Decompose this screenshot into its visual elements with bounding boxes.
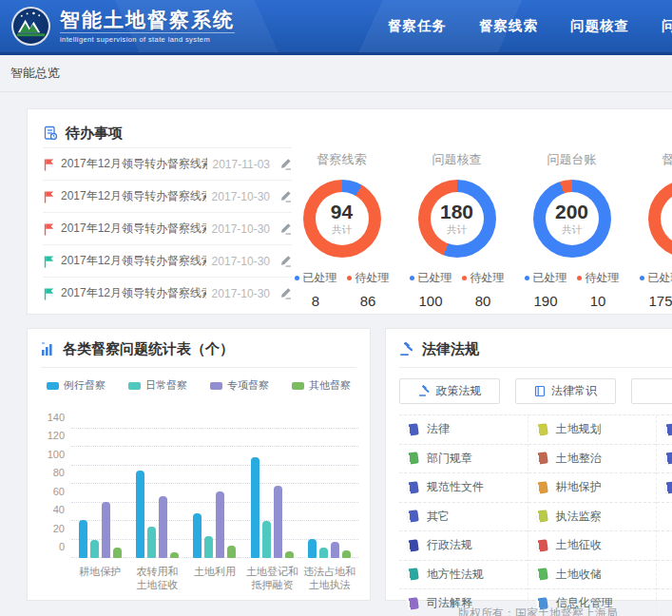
laws-grid: 法律部门规章规范性文件其它行政法规地方性法规司法解释土地规划土地整治耕地保护执法… <box>399 414 672 616</box>
bar-chart-plot: 020406080100120140 耕地保护农转用和 土地征收土地利用土地登记… <box>71 429 358 558</box>
chart-legend-item[interactable]: 其他督察 <box>292 378 351 393</box>
donut-legend-label: 待处理 <box>470 270 505 286</box>
bar <box>285 551 294 558</box>
donut-legend-label: 已处理 <box>418 270 452 286</box>
donut-legend: 已处理100待处理80 <box>399 270 514 309</box>
donut-legend-item: 待处理10 <box>577 270 620 309</box>
donut-legend: 已处理8待处理86 <box>284 270 399 309</box>
issues-chart-panel: 各类督察问题统计表（个） 例行督察日常督察专项督察其他督察 0204060801… <box>27 328 371 601</box>
chart-legend-item[interactable]: 例行督察 <box>47 378 106 393</box>
y-axis-tick: 120 <box>48 430 65 441</box>
todo-item[interactable]: 2017年12月领导转办督察线索2017-10-30 <box>43 277 292 309</box>
chart-legend-item[interactable]: 专项督察 <box>210 378 269 393</box>
law-link[interactable]: 土地收储 <box>528 561 657 590</box>
nav-item[interactable]: 问题台账 <box>662 17 672 35</box>
law-link[interactable]: 土地规划 <box>528 415 657 445</box>
stat-title: 督察线索 <box>284 151 399 168</box>
bar-chart-legend: 例行督察日常督察专项督察其他督察 <box>28 378 370 393</box>
bar-group <box>79 429 122 558</box>
processed-dot-icon <box>295 276 299 280</box>
book-icon <box>406 452 419 465</box>
law-link[interactable]: 部门规章 <box>399 445 528 474</box>
laws-category-button[interactable] <box>631 378 672 404</box>
donut-chart: 200共计 <box>533 180 611 258</box>
legend-label: 专项督察 <box>227 378 269 393</box>
nav-item[interactable]: 问题核查 <box>570 17 629 35</box>
todo-list-icon <box>43 125 58 141</box>
y-axis-tick: 0 <box>59 541 65 552</box>
todo-item[interactable]: 2017年12月领导转办督察线索2017-11-03 <box>43 147 292 180</box>
donut-total-label: 共计 <box>447 223 467 237</box>
bar <box>262 521 271 558</box>
donut-legend-label: 待处理 <box>586 270 620 286</box>
donut-legend: 已处理175待处理 <box>629 270 672 309</box>
nav-item[interactable]: 督察线索 <box>479 17 538 35</box>
laws-category-button[interactable]: 政策法规 <box>399 378 500 404</box>
law-link[interactable]: 地方性法规 <box>399 561 528 590</box>
bar <box>204 536 213 558</box>
divider <box>399 367 672 368</box>
law-link[interactable]: 耕地保护 <box>528 473 657 503</box>
law-link <box>657 503 672 532</box>
bar-group <box>136 429 179 558</box>
laws-panel: 法律法规 政策法规法律常识 法律部门规章规范性文件其它行政法规地方性法规司法解释… <box>385 328 672 601</box>
bar-group <box>308 429 351 558</box>
todo-item-date: 2017-10-30 <box>212 190 270 203</box>
law-link[interactable]: 土地整治 <box>528 445 657 474</box>
law-link[interactable]: 行政法规 <box>399 531 528 561</box>
stat-donut-group: 问题核查180共计已处理100待处理80 <box>399 151 514 309</box>
book-icon <box>535 452 548 465</box>
app-header: 智能土地督察系统 intelligent supervision of stat… <box>0 0 672 55</box>
processed-dot-icon <box>410 276 414 280</box>
legend-label: 其他督察 <box>309 378 351 393</box>
stat-donut-group: 问题台账200共计已处理190待处理10 <box>514 151 629 309</box>
y-axis-tick: 140 <box>48 412 65 423</box>
book-icon <box>664 452 672 465</box>
bar <box>274 486 282 558</box>
todo-item-title: 2017年12月领导转办督察线索 <box>61 285 206 301</box>
todo-list: 2017年12月领导转办督察线索2017-11-032017年12月领导转办督察… <box>43 147 292 309</box>
laws-category-button[interactable]: 法律常识 <box>515 378 616 404</box>
todo-item-date: 2017-10-30 <box>212 222 270 236</box>
todo-item-date: 2017-10-30 <box>212 287 270 300</box>
todo-item[interactable]: 2017年12月领导转办督察线索2017-10-30 <box>43 212 292 244</box>
nav-item[interactable]: 督察任务 <box>388 17 447 35</box>
flag-icon <box>43 158 55 171</box>
x-axis-labels: 耕地保护农转用和 土地征收土地利用土地登记和 抵押融资违法占地和 土地执法 <box>71 565 358 592</box>
law-link-label: 执法监察 <box>556 509 602 525</box>
law-link <box>657 531 672 561</box>
law-link[interactable] <box>657 473 672 503</box>
chart-legend-item[interactable]: 日常督察 <box>128 378 187 393</box>
law-link[interactable] <box>657 415 672 445</box>
book-icon <box>406 597 419 610</box>
bar <box>251 457 259 558</box>
donut-legend-label: 已处理 <box>303 270 337 286</box>
donut-legend-item: 已处理100 <box>410 270 452 309</box>
laws-panel-title: 法律法规 <box>422 340 479 358</box>
law-link[interactable]: 土地征收 <box>528 531 657 561</box>
law-link[interactable]: 规范性文件 <box>399 473 528 503</box>
bar <box>319 548 328 558</box>
todo-item[interactable]: 2017年12月领导转办督察线索2017-10-30 <box>43 180 292 212</box>
todo-item[interactable]: 2017年12月领导转办督察线索2017-10-30 <box>43 244 292 277</box>
law-link[interactable] <box>657 445 672 474</box>
bar <box>227 546 236 558</box>
legend-swatch <box>47 382 59 390</box>
law-link[interactable]: 法律 <box>399 415 528 445</box>
donut-center: 200共计 <box>546 192 599 245</box>
law-link-label: 土地整治 <box>556 451 602 467</box>
app-subtitle: intelligent supervision of state land sy… <box>60 32 235 44</box>
law-link[interactable]: 执法监察 <box>528 503 657 532</box>
legend-swatch <box>292 382 304 390</box>
y-axis-tick: 100 <box>48 449 65 460</box>
stat-title: 问题台账 <box>514 151 629 168</box>
gavel-icon <box>418 385 431 397</box>
button-label: 法律常识 <box>551 383 597 399</box>
law-link[interactable]: 其它 <box>399 503 528 532</box>
law-link-label: 部门规章 <box>427 451 472 467</box>
law-link-label: 土地收储 <box>556 567 602 583</box>
pending-dot-icon <box>347 276 352 280</box>
law-link <box>657 561 672 590</box>
todo-item-date: 2017-10-30 <box>212 255 270 268</box>
donut-chart <box>648 180 672 258</box>
